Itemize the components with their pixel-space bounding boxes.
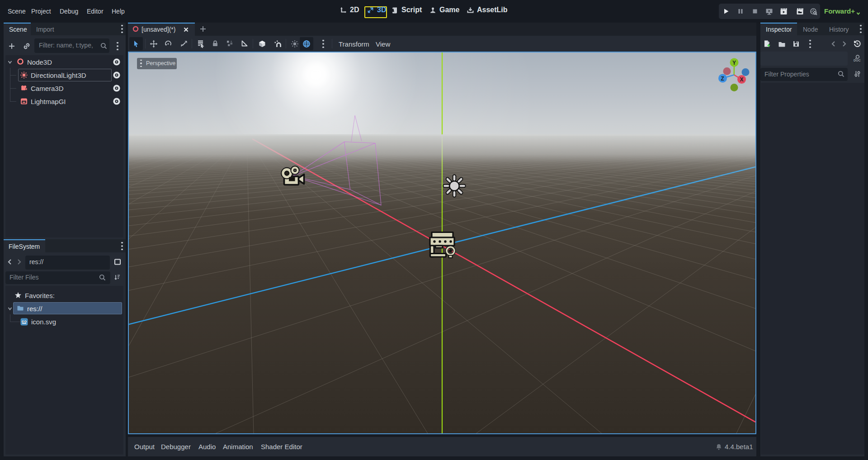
svg-text:X: X — [740, 76, 744, 83]
svg-text:Z: Z — [721, 76, 724, 82]
svg-text:DOC: DOC — [854, 59, 861, 62]
svg-text:Y: Y — [732, 60, 736, 66]
